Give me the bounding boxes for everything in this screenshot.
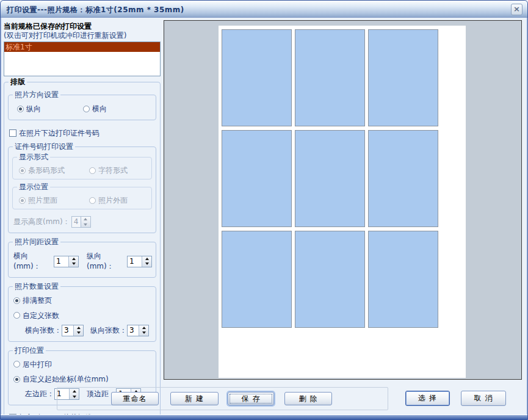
display-height-spinner: 4 xyxy=(71,216,91,228)
spacing-vertical-spinner[interactable]: 1 xyxy=(127,256,152,267)
h-count-label: 横向张数： xyxy=(25,325,62,336)
spacing-horizontal-spinner[interactable]: 1 xyxy=(54,256,79,267)
spin-down-icon[interactable] xyxy=(69,261,78,267)
spacing-horizontal-value[interactable]: 1 xyxy=(54,256,68,267)
id-print-settings-group: 证件号码打印设置 显示形式 条形码形式 字符形式 xyxy=(8,147,156,233)
radio-circle-icon xyxy=(13,312,20,319)
photo-placeholder xyxy=(222,231,292,328)
photo-quantity-group: 照片数量设置 排满整页 自定义张数 横向张数： 3 xyxy=(8,286,156,342)
photo-placeholder xyxy=(222,29,292,126)
spin-down-icon[interactable] xyxy=(74,330,83,336)
radio-landscape-label: 横向 xyxy=(92,104,107,114)
display-form-title: 显示形式 xyxy=(17,153,50,162)
radio-custom-count[interactable]: 自定义张数 xyxy=(13,311,152,320)
orientation-group-title: 照片方向设置 xyxy=(13,90,60,100)
photo-placeholder xyxy=(222,130,292,227)
radio-barcode-form: 条形码形式 xyxy=(19,165,65,175)
v-count-value[interactable]: 3 xyxy=(128,325,139,336)
spin-up-icon xyxy=(81,217,90,222)
save-button[interactable]: 保 存 xyxy=(228,392,274,405)
v-count-spinner[interactable]: 3 xyxy=(127,325,149,336)
layout-group-title: 排版 xyxy=(9,78,27,87)
spin-up-icon[interactable] xyxy=(74,325,83,331)
radio-portrait[interactable]: 纵向 xyxy=(17,104,41,114)
radio-character-form-label: 字符形式 xyxy=(98,165,128,175)
h-count-value[interactable]: 3 xyxy=(62,325,73,336)
photo-spacing-group: 照片间距设置 横向(mm)： 1 纵向(mm)： 1 xyxy=(8,242,156,278)
photo-placeholder xyxy=(295,130,365,227)
radio-circle-icon xyxy=(13,361,20,368)
print-id-checkbox-label: 在照片下边打印证件号码 xyxy=(19,128,99,138)
radio-circle-icon xyxy=(83,106,90,112)
id-print-settings-title: 证件号码打印设置 xyxy=(13,142,75,151)
select-button[interactable]: 选 择 xyxy=(405,391,450,406)
display-height-value: 4 xyxy=(72,217,81,227)
spacing-vertical-label: 纵向(mm)： xyxy=(87,251,127,272)
preview-page xyxy=(219,26,466,378)
layout-group: 排版 照片方向设置 纵向 横向 在照片下边打印证件号 xyxy=(4,82,161,420)
radio-portrait-label: 纵向 xyxy=(26,104,41,114)
saved-settings-subheading: (双击可对打印机或冲印进行重新设置) xyxy=(4,31,161,40)
left-margin-label: 左边距： xyxy=(25,389,54,399)
saved-settings-heading: 当前规格已保存的打印设置 xyxy=(4,21,161,31)
print-settings-dialog: 打印设置---照片规格：标准1寸(25mm * 35mm) × 当前规格已保存的… xyxy=(0,0,528,420)
photo-placeholder xyxy=(368,130,438,227)
spin-down-icon xyxy=(81,222,90,228)
radio-barcode-form-label: 条形码形式 xyxy=(28,165,65,175)
radio-circle-icon xyxy=(19,197,26,204)
cancel-button[interactable]: 取 消 xyxy=(461,391,506,406)
display-position-group: 显示位置 照片里面 照片外面 xyxy=(12,187,152,209)
list-item[interactable]: 标准1寸 xyxy=(4,42,160,52)
photo-placeholder xyxy=(368,29,438,126)
settings-panel: 当前规格已保存的打印设置 (双击可对打印机或冲印进行重新设置) 标准1寸 排版 … xyxy=(4,21,161,420)
v-count-label: 纵向张数： xyxy=(90,325,127,336)
delete-button[interactable]: 删 除 xyxy=(284,392,332,405)
radio-custom-count-label: 自定义张数 xyxy=(23,311,59,320)
saved-settings-listbox[interactable]: 标准1寸 xyxy=(4,42,161,76)
close-icon: × xyxy=(513,4,520,13)
radio-landscape[interactable]: 横向 xyxy=(83,104,107,114)
photo-placeholder xyxy=(295,29,365,126)
spacing-horizontal-label: 横向(mm)： xyxy=(13,251,54,272)
display-position-title: 显示位置 xyxy=(17,183,50,192)
orientation-group: 照片方向设置 纵向 横向 xyxy=(8,95,156,120)
radio-circle-icon xyxy=(89,197,96,204)
radio-fill-page[interactable]: 排满整页 xyxy=(13,295,52,305)
radio-circle-icon xyxy=(13,376,20,383)
radio-custom-origin[interactable]: 自定义起始坐标(单位mm) xyxy=(13,374,152,384)
spin-down-icon[interactable] xyxy=(139,330,148,336)
title-bar: 打印设置---照片规格：标准1寸(25mm * 35mm) × xyxy=(1,1,527,18)
radio-character-form: 字符形式 xyxy=(89,165,128,175)
settings-buttons-group: 重命名 新 建 保 存 删 除 xyxy=(57,387,388,410)
radio-center-print[interactable]: 居中打印 xyxy=(13,360,52,369)
radio-circle-icon xyxy=(89,167,96,174)
checkbox-icon xyxy=(9,129,16,137)
spin-up-icon[interactable] xyxy=(69,256,78,262)
window-bottom-edge xyxy=(1,415,527,419)
spin-down-icon[interactable] xyxy=(142,261,151,267)
spacing-vertical-value[interactable]: 1 xyxy=(128,256,142,267)
radio-inside-photo-label: 照片里面 xyxy=(28,195,57,205)
h-count-spinner[interactable]: 3 xyxy=(62,325,84,336)
photo-quantity-title: 照片数量设置 xyxy=(13,282,60,291)
display-height-label: 显示高度(mm)： xyxy=(13,217,70,227)
window-title: 打印设置---照片规格：标准1寸(25mm * 35mm) xyxy=(7,5,184,15)
radio-outside-photo: 照片外面 xyxy=(89,195,128,205)
photo-placeholder xyxy=(295,231,365,328)
print-id-checkbox[interactable]: 在照片下边打印证件号码 xyxy=(9,128,156,138)
print-position-title: 打印位置 xyxy=(13,346,46,355)
display-form-group: 显示形式 条形码形式 字符形式 xyxy=(12,157,152,179)
close-button[interactable]: × xyxy=(511,4,523,15)
photo-spacing-title: 照片间距设置 xyxy=(13,237,60,247)
rename-button[interactable]: 重命名 xyxy=(111,392,159,405)
radio-custom-origin-label: 自定义起始坐标(单位mm) xyxy=(23,374,109,384)
radio-center-print-label: 居中打印 xyxy=(23,360,52,369)
radio-fill-page-label: 排满整页 xyxy=(23,295,52,305)
spin-up-icon[interactable] xyxy=(142,256,151,262)
new-button[interactable]: 新 建 xyxy=(170,392,219,405)
photo-placeholder xyxy=(368,231,438,328)
print-preview-panel xyxy=(164,20,522,380)
spin-up-icon[interactable] xyxy=(139,325,148,331)
radio-circle-icon xyxy=(13,297,20,304)
radio-circle-icon xyxy=(17,106,24,112)
